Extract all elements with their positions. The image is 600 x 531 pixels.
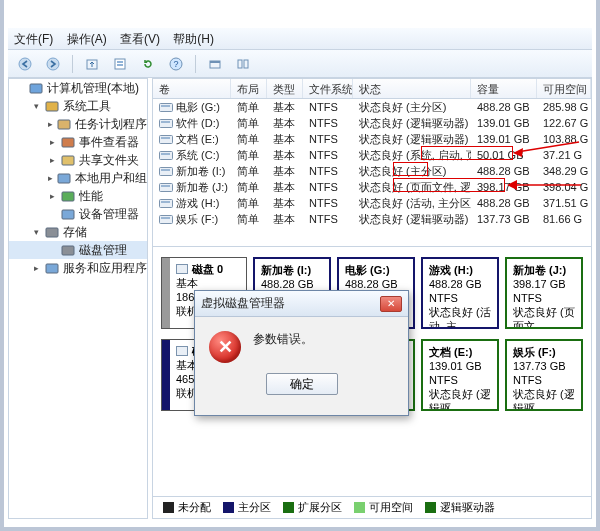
tree-item[interactable]: 磁盘管理	[9, 241, 147, 259]
menu-view[interactable]: 查看(V)	[120, 28, 160, 50]
dialog-titlebar[interactable]: 虚拟磁盘管理器 ✕	[195, 291, 408, 317]
refresh-button[interactable]	[137, 53, 159, 75]
svg-rect-25	[46, 264, 58, 273]
tree-item[interactable]: ▸ 任务计划程序	[9, 115, 147, 133]
table-row[interactable]: 系统 (C:)简单基本NTFS状态良好 (系统, 启动, 页面文件, 活动, 主…	[153, 147, 591, 163]
tree-label: 设备管理器	[79, 206, 139, 223]
tree-icon	[45, 99, 59, 113]
svg-rect-24	[62, 246, 74, 255]
legend-item: 可用空间	[354, 500, 413, 515]
svg-rect-39	[161, 201, 170, 203]
back-button[interactable]	[14, 53, 36, 75]
volume-block[interactable]: 文档 (E:)139.01 GB NTFS状态良好 (逻辑驱	[421, 339, 499, 411]
tree-item[interactable]: ▸ 性能	[9, 187, 147, 205]
legend-label: 扩展分区	[298, 500, 342, 515]
svg-rect-30	[160, 136, 173, 144]
column-header[interactable]: 文件系统	[303, 79, 353, 98]
svg-rect-36	[160, 184, 173, 192]
tree-item[interactable]: ▾ 系统工具	[9, 97, 147, 115]
svg-rect-35	[161, 169, 170, 171]
menu-action[interactable]: 操作(A)	[67, 28, 107, 50]
expand-toggle-icon[interactable]: ▸	[47, 119, 53, 129]
column-header[interactable]: 可用空间	[537, 79, 591, 98]
tree-label: 事件查看器	[79, 134, 139, 151]
menu-file[interactable]: 文件(F)	[14, 28, 53, 50]
svg-rect-7	[117, 61, 123, 63]
column-header[interactable]: 状态	[353, 79, 471, 98]
tree-item[interactable]: 设备管理器	[9, 205, 147, 223]
svg-point-4	[47, 58, 59, 70]
tree-icon	[57, 117, 71, 131]
svg-rect-12	[210, 61, 220, 63]
tree-item[interactable]: ▾ 存储	[9, 223, 147, 241]
properties-button[interactable]	[109, 53, 131, 75]
dialog-close-button[interactable]: ✕	[380, 296, 402, 312]
svg-rect-15	[30, 84, 42, 93]
table-row[interactable]: 新加卷 (I:)简单基本NTFS状态良好 (主分区)488.28 GB348.2…	[153, 163, 591, 179]
tree-item[interactable]: 计算机管理(本地)	[9, 79, 147, 97]
column-header[interactable]: 布局	[231, 79, 267, 98]
tree-icon	[45, 261, 59, 275]
legend-item: 逻辑驱动器	[425, 500, 495, 515]
svg-rect-16	[46, 102, 58, 111]
table-row[interactable]: 游戏 (H:)简单基本NTFS状态良好 (活动, 主分区)488.28 GB37…	[153, 195, 591, 211]
tree-icon	[61, 243, 75, 257]
expand-toggle-icon[interactable]: ▾	[31, 227, 41, 237]
extra-button-2[interactable]	[232, 53, 254, 75]
legend-swatch	[425, 502, 436, 513]
tree-label: 共享文件夹	[79, 152, 139, 169]
column-header[interactable]: 容量	[471, 79, 537, 98]
table-row[interactable]: 电影 (G:)简单基本NTFS状态良好 (主分区)488.28 GB285.98…	[153, 99, 591, 115]
tree-item[interactable]: ▸ 事件查看器	[9, 133, 147, 151]
volume-grid[interactable]: 卷布局类型文件系统状态容量可用空间 电影 (G:)简单基本NTFS状态良好 (主…	[153, 79, 591, 247]
svg-rect-27	[161, 105, 170, 107]
expand-toggle-icon[interactable]: ▸	[47, 191, 57, 201]
expand-toggle-icon[interactable]: ▾	[31, 101, 41, 111]
svg-rect-28	[160, 120, 173, 128]
ok-button[interactable]: 确定	[266, 373, 338, 395]
svg-rect-19	[62, 156, 74, 165]
nav-tree[interactable]: 计算机管理(本地)▾ 系统工具▸ 任务计划程序▸ 事件查看器▸ 共享文件夹▸ 本…	[8, 78, 148, 519]
legend-swatch	[163, 502, 174, 513]
expand-toggle-icon[interactable]: ▸	[47, 137, 57, 147]
volume-block[interactable]: 游戏 (H:)488.28 GB NTFS状态良好 (活动, 主	[421, 257, 499, 329]
expand-toggle-icon[interactable]: ▸	[47, 173, 53, 183]
tree-label: 系统工具	[63, 98, 111, 115]
tree-item[interactable]: ▸ 服务和应用程序	[9, 259, 147, 277]
expand-toggle-icon[interactable]: ▸	[47, 155, 57, 165]
table-row[interactable]: 软件 (D:)简单基本NTFS状态良好 (逻辑驱动器)139.01 GB122.…	[153, 115, 591, 131]
up-button[interactable]	[81, 53, 103, 75]
menu-help[interactable]: 帮助(H)	[173, 28, 214, 50]
toolbar-separator	[195, 55, 196, 73]
expand-toggle-icon	[47, 245, 57, 255]
legend-label: 可用空间	[369, 500, 413, 515]
grid-body[interactable]: 电影 (G:)简单基本NTFS状态良好 (主分区)488.28 GB285.98…	[153, 99, 591, 227]
close-icon: ✕	[387, 298, 395, 309]
svg-rect-40	[160, 216, 173, 224]
help-button[interactable]: ?	[165, 53, 187, 75]
tree-item[interactable]: ▸ 本地用户和组	[9, 169, 147, 187]
tree-label: 存储	[63, 224, 87, 241]
tree-icon	[61, 153, 75, 167]
volume-block[interactable]: 新加卷 (J:)398.17 GB NTFS状态良好 (页面文	[505, 257, 583, 329]
tree-label: 任务计划程序	[75, 116, 147, 133]
expand-toggle-icon[interactable]: ▸	[31, 263, 41, 273]
legend-item: 未分配	[163, 500, 211, 515]
svg-rect-38	[160, 200, 173, 208]
volume-block[interactable]: 娱乐 (F:)137.73 GB NTFS状态良好 (逻辑驱	[505, 339, 583, 411]
toolbar-separator	[72, 55, 73, 73]
expand-toggle-icon	[47, 209, 57, 219]
dialog-title: 虚拟磁盘管理器	[201, 295, 285, 312]
table-row[interactable]: 新加卷 (J:)简单基本NTFS状态良好 (页面文件, 逻辑驱动器)398.17…	[153, 179, 591, 195]
tree-icon	[57, 171, 71, 185]
column-header[interactable]: 卷	[153, 79, 231, 98]
column-header[interactable]: 类型	[267, 79, 303, 98]
tree-item[interactable]: ▸ 共享文件夹	[9, 151, 147, 169]
table-row[interactable]: 娱乐 (F:)简单基本NTFS状态良好 (逻辑驱动器)137.73 GB81.6…	[153, 211, 591, 227]
table-row[interactable]: 文档 (E:)简单基本NTFS状态良好 (逻辑驱动器)139.01 GB103.…	[153, 131, 591, 147]
forward-button[interactable]	[42, 53, 64, 75]
grid-header[interactable]: 卷布局类型文件系统状态容量可用空间	[153, 79, 591, 99]
svg-rect-17	[58, 120, 70, 129]
tree-icon	[29, 81, 43, 95]
extra-button-1[interactable]	[204, 53, 226, 75]
